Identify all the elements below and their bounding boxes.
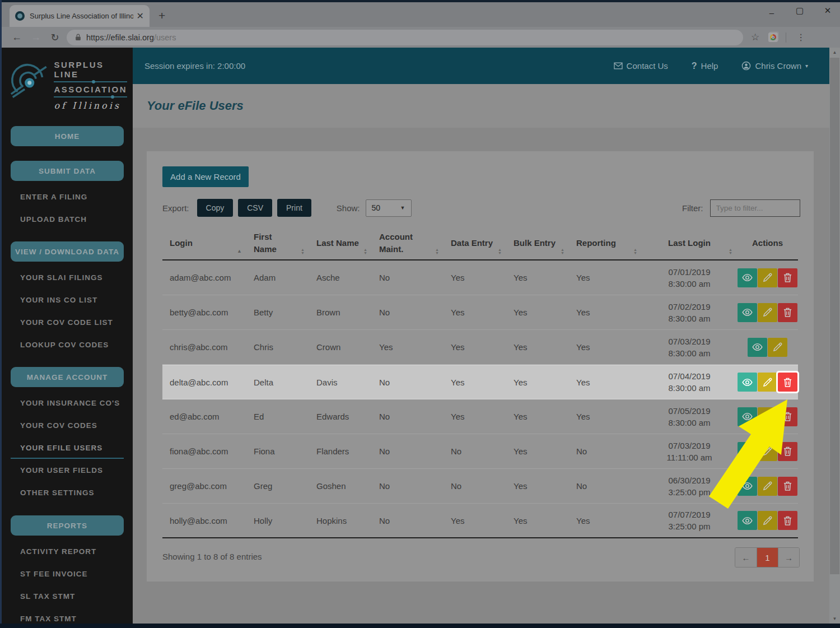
eye-icon xyxy=(741,515,753,527)
delete-user-button[interactable] xyxy=(778,373,797,392)
contact-us-link[interactable]: Contact Us xyxy=(614,61,668,71)
main-area: Session expires in: 2:00:00 Contact Us ?… xyxy=(133,48,829,624)
delete-user-button[interactable] xyxy=(778,303,797,322)
edit-user-button[interactable] xyxy=(758,303,777,322)
sidebar-item-your-efile-users[interactable]: YOUR EFILE USERS xyxy=(2,437,133,459)
pencil-icon xyxy=(762,515,773,527)
column-header-account-maint-[interactable]: Account Maint.▲▼ xyxy=(372,227,444,259)
back-icon[interactable]: ← xyxy=(7,31,26,43)
page-scrollbar[interactable]: ▲ ▼ xyxy=(829,48,840,624)
delete-user-button[interactable] xyxy=(778,407,797,426)
forward-icon[interactable]: → xyxy=(26,31,45,43)
sidebar-item-your-slai-filings[interactable]: YOUR SLAI FILINGS xyxy=(2,267,133,289)
view-user-button[interactable] xyxy=(748,338,767,357)
sidebar-item-your-cov-codes[interactable]: YOUR COV CODES xyxy=(2,415,133,437)
add-new-record-button[interactable]: Add a New Record xyxy=(162,166,249,187)
sidebar-item-st-fee-invoice[interactable]: ST FEE INVOICE xyxy=(2,563,133,585)
window-maximize-button[interactable]: ▢ xyxy=(792,6,807,16)
table-row: ed@abc.comEdEdwardsNoYesYesYes07/05/2019… xyxy=(162,399,798,434)
sidebar-item-your-ins-co-list[interactable]: YOUR INS CO LIST xyxy=(2,289,133,311)
delete-user-button[interactable] xyxy=(778,442,797,461)
sidebar-item-your-cov-code-list[interactable]: YOUR COV CODE LIST xyxy=(2,311,133,334)
edit-user-button[interactable] xyxy=(758,268,777,287)
filter-input[interactable] xyxy=(710,199,800,217)
column-header-last-name[interactable]: Last Name▲▼ xyxy=(309,227,372,259)
column-header-login[interactable]: Login▲ xyxy=(162,227,246,259)
window-minimize-button[interactable]: – xyxy=(764,8,779,17)
cell-login: greg@abc.com xyxy=(162,469,246,503)
sidebar-item-lookup-cov-codes[interactable]: LOOKUP COV CODES xyxy=(2,334,133,356)
delete-user-button[interactable] xyxy=(778,477,797,496)
edit-user-button[interactable] xyxy=(768,338,787,357)
logo-rule xyxy=(54,96,127,97)
table-row: adam@abc.comAdamAscheNoYesYesYes07/01/20… xyxy=(162,260,798,295)
sidebar-item-reports[interactable]: REPORTS xyxy=(11,515,124,536)
export-print-button[interactable]: Print xyxy=(277,199,311,217)
eye-icon xyxy=(741,480,753,492)
window-close-button[interactable]: ✕ xyxy=(820,6,835,16)
last-login-time: 8:30:00 am xyxy=(668,313,710,324)
scrollbar-thumb[interactable] xyxy=(830,58,839,574)
view-user-button[interactable] xyxy=(738,303,757,322)
view-user-button[interactable] xyxy=(738,268,757,287)
cell-last-login: 07/04/20198:30:00 am xyxy=(642,365,737,399)
scrollbar-down-icon[interactable]: ▼ xyxy=(829,614,840,624)
column-header-reporting[interactable]: Reporting▲▼ xyxy=(569,227,642,259)
users-table-body: adam@abc.comAdamAscheNoYesYesYes07/01/20… xyxy=(162,260,798,538)
sidebar-item-view-download-data[interactable]: VIEW / DOWNLOAD DATA xyxy=(11,241,124,262)
url-path: /users xyxy=(154,33,176,42)
column-header-first-name[interactable]: First Name▲▼ xyxy=(246,227,309,259)
sidebar-item-submit-data[interactable]: SUBMIT DATA xyxy=(11,161,124,181)
sidebar-item-upload-batch[interactable]: UPLOAD BATCH xyxy=(2,208,133,231)
address-bar[interactable]: https://efile.slai.org/users xyxy=(67,30,743,45)
export-csv-button[interactable]: CSV xyxy=(238,199,272,217)
pagination-prev-button[interactable]: ← xyxy=(735,548,757,567)
help-link[interactable]: ? Help xyxy=(692,61,718,71)
pagination-page-1[interactable]: 1 xyxy=(757,548,778,567)
tab-close-icon[interactable]: ✕ xyxy=(137,11,144,21)
cell-last-login: 07/07/20193:25:00 pm xyxy=(642,504,737,537)
pagination-next-button[interactable]: → xyxy=(778,548,799,567)
edit-user-button[interactable] xyxy=(758,477,777,496)
user-menu[interactable]: Chris Crown ▾ xyxy=(741,61,808,71)
sidebar-nav: HOMESUBMIT DATAENTER A FILINGUPLOAD BATC… xyxy=(2,126,133,628)
sidebar-item-activity-report[interactable]: ACTIVITY REPORT xyxy=(2,541,133,563)
cell-bulk-entry: Yes xyxy=(506,260,569,295)
sidebar-item-manage-account[interactable]: MANAGE ACCOUNT xyxy=(11,367,124,387)
bookmark-star-icon[interactable]: ☆ xyxy=(751,31,759,43)
scrollbar-up-icon[interactable]: ▲ xyxy=(829,48,840,57)
new-tab-button[interactable]: + xyxy=(158,9,165,22)
sidebar-item-sl-tax-stmt[interactable]: SL TAX STMT xyxy=(2,585,133,608)
show-entries-select[interactable]: 50 ▼ xyxy=(366,199,412,217)
sort-both-icon: ▲▼ xyxy=(435,248,439,255)
page-title: Your eFile Users xyxy=(147,99,244,113)
sidebar-item-your-insurance-cos[interactable]: YOUR INSURANCE CO'S xyxy=(2,392,133,415)
column-header-last-login[interactable]: Last Login▲▼ xyxy=(642,227,737,259)
view-user-button[interactable] xyxy=(738,442,757,461)
export-copy-button[interactable]: Copy xyxy=(197,199,234,217)
delete-user-button[interactable] xyxy=(778,511,797,530)
chrome-profile-icon[interactable] xyxy=(768,32,778,42)
edit-user-button[interactable] xyxy=(758,511,777,530)
edit-user-button[interactable] xyxy=(758,373,777,392)
sidebar-item-home[interactable]: HOME xyxy=(11,126,124,146)
view-user-button[interactable] xyxy=(738,373,757,392)
view-user-button[interactable] xyxy=(738,407,757,426)
column-header-bulk-entry[interactable]: Bulk Entry▲▼ xyxy=(506,227,569,259)
cell-actions xyxy=(737,469,798,503)
cell-first-name: Holly xyxy=(246,504,309,537)
edit-user-button[interactable] xyxy=(758,407,777,426)
column-header-data-entry[interactable]: Data Entry▲▼ xyxy=(444,227,506,259)
sidebar-item-your-user-fields[interactable]: YOUR USER FIELDS xyxy=(2,459,133,482)
delete-user-button[interactable] xyxy=(778,268,797,287)
slai-logo-icon xyxy=(10,55,49,107)
browser-tab[interactable]: Surplus Line Association of Illino ✕ xyxy=(10,5,150,27)
browser-menu-icon[interactable]: ⋮ xyxy=(796,32,805,43)
edit-user-button[interactable] xyxy=(758,442,777,461)
sidebar-item-enter-a-filing[interactable]: ENTER A FILING xyxy=(2,186,133,208)
show-entries-value: 50 xyxy=(372,203,381,212)
view-user-button[interactable] xyxy=(738,511,757,530)
reload-icon[interactable]: ↻ xyxy=(45,31,64,44)
sidebar-item-other-settings[interactable]: OTHER SETTINGS xyxy=(2,482,133,504)
view-user-button[interactable] xyxy=(738,477,757,496)
